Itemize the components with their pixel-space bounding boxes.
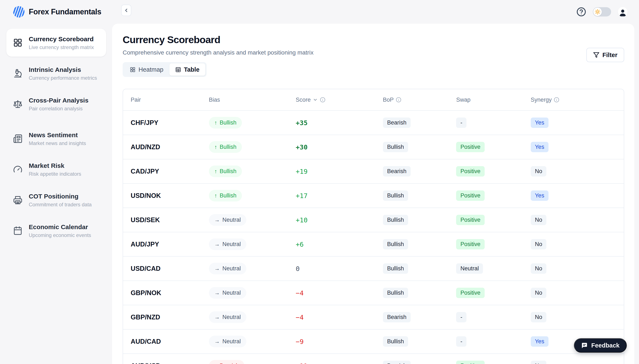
sidebar-collapse-button[interactable] <box>121 5 131 16</box>
pair-cell: USD/NOK <box>131 192 209 200</box>
bias-badge: ↑Bullish <box>209 141 242 153</box>
score-value: +10 <box>296 216 383 224</box>
bias-badge: ↑Bullish <box>209 117 242 128</box>
table-row[interactable]: CHF/JPY ↑Bullish +35 Bearish - Yes <box>123 110 624 135</box>
table-row[interactable]: USD/NOK ↑Bullish +17 Bullish Positive Ye… <box>123 183 624 208</box>
sidebar-item-subtitle: Commitment of traders data <box>29 202 92 208</box>
sidebar-item-economic-calendar[interactable]: Economic Calendar Upcoming economic even… <box>6 217 106 244</box>
view-tab-table[interactable]: Table <box>169 64 206 76</box>
bop-badge: Bearish <box>383 360 411 364</box>
column-header-bias: Bias <box>209 96 296 103</box>
chevron-down-icon <box>313 97 318 102</box>
sidebar-item-subtitle: Market news and insights <box>29 140 86 146</box>
pair-cell: GBP/NOK <box>131 289 209 297</box>
synergy-badge: No <box>531 215 546 225</box>
score-value: +17 <box>296 192 383 200</box>
bop-badge: Bearish <box>383 166 411 176</box>
page-title: Currency Scoreboard <box>123 34 314 46</box>
scale-icon <box>13 99 22 109</box>
score-value: +35 <box>296 119 383 126</box>
swap-badge: Positive <box>456 360 485 364</box>
info-icon <box>320 97 326 102</box>
pair-cell: USD/CAD <box>131 265 209 272</box>
synergy-badge: Yes <box>531 336 548 347</box>
sidebar-item-news-sentiment[interactable]: News Sentiment Market news and insights <box>6 125 106 152</box>
swap-badge: Positive <box>456 190 485 201</box>
sun-icon <box>593 8 602 16</box>
topbar-actions <box>576 0 628 24</box>
pair-cell: CHF/JPY <box>131 119 209 126</box>
main-content: Currency Scoreboard Comprehensive curren… <box>112 24 634 364</box>
score-value: −9 <box>296 338 383 346</box>
sidebar-item-title: Cross-Pair Analysis <box>29 96 88 104</box>
bias-arrow-icon: ↓ <box>214 362 217 364</box>
bias-badge: →Neutral <box>209 238 246 250</box>
page-subtitle: Comprehensive currency strength analysis… <box>123 49 314 56</box>
view-tab-heatmap[interactable]: Heatmap <box>124 64 169 76</box>
synergy-badge: Yes <box>531 118 548 128</box>
theme-toggle[interactable] <box>593 7 611 16</box>
sidebar-item-intrinsic-analysis[interactable]: Intrinsic Analysis Currency performance … <box>6 60 106 87</box>
table-row[interactable]: AUD/NZD ↑Bullish +30 Bullish Positive Ye… <box>123 135 624 159</box>
currency-scoreboard-table: PairBiasScoreBoPSwapSynergy CHF/JPY ↑Bul… <box>123 89 624 364</box>
table-row[interactable]: CAD/JPY ↑Bullish +19 Bearish Positive No <box>123 159 624 183</box>
bop-badge: Bullish <box>383 142 408 152</box>
sidebar-item-subtitle: Pair correlation analysis <box>29 106 88 112</box>
synergy-badge: No <box>531 239 546 250</box>
score-value: +19 <box>296 168 383 175</box>
score-value: −4 <box>296 289 383 297</box>
newspaper-icon <box>13 134 22 143</box>
table-row[interactable]: GBP/NZD →Neutral −4 Bearish - No <box>123 305 624 329</box>
sidebar-item-cross-pair-analysis[interactable]: Cross-Pair Analysis Pair correlation ana… <box>6 90 106 118</box>
table-row[interactable]: AUD/USD ↓Bearish −11 Bearish Positive No <box>123 354 624 364</box>
bias-badge: ↑Bullish <box>209 166 242 177</box>
message-bubble-icon <box>581 342 588 349</box>
sidebar-item-currency-scoreboard[interactable]: Currency Scoreboard Live currency streng… <box>6 29 106 57</box>
sidebar-item-market-risk[interactable]: Market Risk Risk appetite indicators <box>6 155 106 183</box>
feedback-button[interactable]: Feedback <box>574 338 627 352</box>
swap-badge: Positive <box>456 215 485 225</box>
bop-badge: Bullish <box>383 239 408 250</box>
sidebar-item-cot-positioning[interactable]: COT Positioning Commitment of traders da… <box>6 186 106 214</box>
synergy-badge: No <box>531 264 546 274</box>
grid-icon <box>13 38 22 47</box>
swap-badge: Neutral <box>456 264 483 274</box>
bias-badge: →Neutral <box>209 287 246 299</box>
pair-cell: CAD/JPY <box>131 168 209 175</box>
swap-badge: - <box>456 118 466 128</box>
column-header-score[interactable]: Score <box>296 96 383 103</box>
help-button[interactable] <box>576 7 586 17</box>
bop-badge: Bullish <box>383 264 408 274</box>
synergy-badge: No <box>531 166 546 176</box>
synergy-badge: No <box>531 312 546 322</box>
view-toggle: HeatmapTable <box>123 62 206 77</box>
sidebar-item-title: COT Positioning <box>29 192 92 200</box>
bias-badge: →Neutral <box>209 214 246 226</box>
microscope-icon <box>13 69 22 78</box>
synergy-badge: Yes <box>531 190 548 201</box>
swap-badge: Positive <box>456 239 485 250</box>
score-value: −4 <box>296 314 383 321</box>
sidebar-item-title: Currency Scoreboard <box>29 35 94 43</box>
bias-arrow-icon: ↑ <box>214 144 217 150</box>
page-header: Currency Scoreboard Comprehensive curren… <box>123 34 624 77</box>
swap-badge: Positive <box>456 166 485 176</box>
user-icon <box>618 8 627 17</box>
bias-arrow-icon: → <box>214 241 220 248</box>
table-row[interactable]: USD/CAD →Neutral 0 Bullish Neutral No <box>123 256 624 280</box>
bop-badge: Bullish <box>383 215 408 225</box>
table-row[interactable]: AUD/CAD →Neutral −9 Bullish - Yes <box>123 329 624 354</box>
bias-arrow-icon: → <box>214 290 220 296</box>
column-header-pair: Pair <box>131 96 209 103</box>
filter-button[interactable]: Filter <box>586 48 624 62</box>
table-row[interactable]: AUD/JPY →Neutral +6 Bullish Positive No <box>123 232 624 256</box>
pair-cell: AUD/JPY <box>131 240 209 248</box>
printer-icon <box>13 195 22 204</box>
table-row[interactable]: USD/SEK →Neutral +10 Bullish Positive No <box>123 208 624 232</box>
user-avatar[interactable] <box>618 7 628 17</box>
table-row[interactable]: GBP/NOK →Neutral −4 Bullish Positive No <box>123 280 624 305</box>
brand: Forex Fundamentals <box>0 6 101 18</box>
bias-badge: ↓Bearish <box>209 360 245 364</box>
bias-arrow-icon: → <box>214 217 220 223</box>
swap-badge: Positive <box>456 142 485 152</box>
